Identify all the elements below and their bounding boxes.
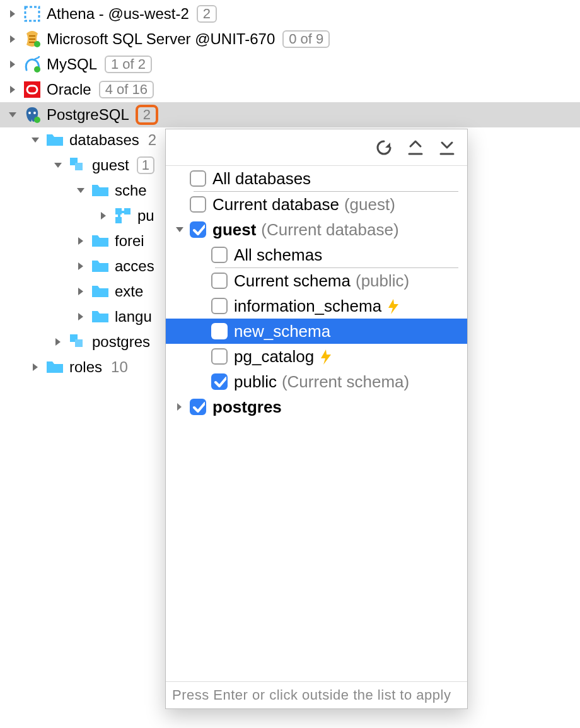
filter-suffix: (public) xyxy=(356,271,409,291)
checkbox[interactable] xyxy=(190,221,206,238)
schemas-stack-icon xyxy=(68,332,87,351)
checkbox[interactable] xyxy=(211,373,228,390)
folder-icon xyxy=(91,232,110,250)
tree-item-label: exte xyxy=(115,283,143,300)
filter-db-guest[interactable]: guest (Current database) xyxy=(166,217,467,242)
chevron-right-icon[interactable] xyxy=(6,8,19,20)
folder-icon xyxy=(91,257,110,276)
filter-label: Current schema xyxy=(234,271,351,291)
popup-footer-hint: Press Enter or click outside the list to… xyxy=(166,681,467,708)
checkbox[interactable] xyxy=(190,399,206,415)
chevron-right-icon[interactable] xyxy=(172,401,187,413)
filter-db-postgres[interactable]: postgres xyxy=(166,394,467,420)
chevron-right-icon[interactable] xyxy=(6,58,19,71)
expand-all-button[interactable] xyxy=(407,139,424,156)
mysql-icon xyxy=(23,55,42,74)
filter-current-database[interactable]: Current database (guest) xyxy=(166,192,467,217)
checkbox[interactable] xyxy=(190,170,206,187)
tree-item-postgresql[interactable]: PostgreSQL 2 xyxy=(0,102,580,127)
filter-all-databases[interactable]: All databases xyxy=(166,166,467,191)
tree-item-label: guest xyxy=(92,156,129,174)
count-badge[interactable]: 0 of 9 xyxy=(282,30,330,48)
item-count: 2 xyxy=(148,131,156,149)
count-badge[interactable]: 1 of 2 xyxy=(105,56,152,73)
chevron-down-icon[interactable] xyxy=(172,223,187,236)
tree-item-label: postgres xyxy=(92,333,150,351)
tree-item-label: roles xyxy=(69,358,102,376)
tree-item-label: Microsoft SQL Server @UNIT-670 xyxy=(47,30,275,48)
filter-schema-new-schema[interactable]: new_schema xyxy=(166,319,467,344)
filter-suffix: (Current schema) xyxy=(282,372,409,392)
chevron-down-icon[interactable] xyxy=(52,159,64,172)
filter-label: All databases xyxy=(212,169,311,189)
filter-label: information_schema xyxy=(234,296,381,316)
chevron-right-icon[interactable] xyxy=(6,33,19,45)
checkbox[interactable] xyxy=(190,196,206,213)
filter-label: public xyxy=(234,372,277,392)
filter-suffix: (guest) xyxy=(344,195,395,214)
count-badge[interactable]: 4 of 16 xyxy=(99,81,154,98)
tree-item-label: Athena - @us-west-2 xyxy=(47,5,189,23)
postgres-icon xyxy=(23,105,42,124)
count-badge[interactable]: 2 xyxy=(137,106,157,124)
refresh-button[interactable] xyxy=(375,139,393,156)
bolt-icon xyxy=(318,349,332,363)
filter-label: guest xyxy=(212,220,256,240)
tree-item-label: PostgreSQL xyxy=(47,106,129,124)
filter-label: Current database xyxy=(212,195,339,214)
chevron-right-icon[interactable] xyxy=(74,310,87,323)
tree-item-label: forei xyxy=(115,232,144,250)
count-badge[interactable]: 2 xyxy=(197,5,217,23)
filter-schema-information-schema[interactable]: information_schema xyxy=(166,293,467,319)
tree-item-athena[interactable]: Athena - @us-west-2 2 xyxy=(0,1,580,26)
chevron-right-icon[interactable] xyxy=(97,209,110,222)
schema-filter-popup: All databases Current database (guest) g… xyxy=(165,129,468,709)
filter-label: All schemas xyxy=(234,245,322,265)
chevron-down-icon[interactable] xyxy=(74,184,87,197)
athena-icon xyxy=(23,4,42,23)
chevron-down-icon[interactable] xyxy=(29,134,42,146)
popup-toolbar xyxy=(166,129,467,166)
collapse-all-button[interactable] xyxy=(438,139,456,156)
chevron-right-icon[interactable] xyxy=(29,361,42,373)
tree-item-label: acces xyxy=(115,257,154,275)
filter-schema-public[interactable]: public (Current schema) xyxy=(166,369,467,394)
folder-icon xyxy=(45,131,64,150)
checkbox[interactable] xyxy=(211,348,228,365)
count-badge[interactable]: 1 xyxy=(137,156,154,174)
popup-list: All databases Current database (guest) g… xyxy=(166,166,467,681)
folder-icon xyxy=(45,358,64,377)
oracle-icon xyxy=(23,80,42,99)
schemas-stack-icon xyxy=(68,156,87,175)
filter-current-schema[interactable]: Current schema (public) xyxy=(166,268,467,293)
checkbox[interactable] xyxy=(211,298,228,314)
chevron-right-icon[interactable] xyxy=(6,83,19,96)
chevron-right-icon[interactable] xyxy=(74,235,87,247)
filter-label: postgres xyxy=(212,397,282,417)
chevron-down-icon[interactable] xyxy=(6,109,19,121)
tree-item-label: MySQL xyxy=(47,56,97,73)
chevron-right-icon[interactable] xyxy=(74,285,87,298)
mssql-icon xyxy=(23,30,42,49)
bolt-icon xyxy=(385,299,399,313)
checkbox[interactable] xyxy=(211,247,228,263)
chevron-right-icon[interactable] xyxy=(52,336,64,348)
filter-all-schemas[interactable]: All schemas xyxy=(166,242,467,267)
tree-item-mysql[interactable]: MySQL 1 of 2 xyxy=(0,52,580,77)
filter-label: new_schema xyxy=(234,322,330,341)
tree-item-label: Oracle xyxy=(47,81,91,98)
folder-icon xyxy=(91,181,110,200)
folder-icon xyxy=(91,282,110,301)
checkbox[interactable] xyxy=(211,323,228,339)
chevron-right-icon[interactable] xyxy=(74,260,87,273)
tree-item-oracle[interactable]: Oracle 4 of 16 xyxy=(0,77,580,102)
filter-suffix: (Current database) xyxy=(261,220,398,240)
tree-item-label: langu xyxy=(115,308,152,326)
filter-label: pg_catalog xyxy=(234,347,314,367)
checkbox[interactable] xyxy=(211,273,228,289)
tree-item-label: databases xyxy=(69,131,139,149)
filter-schema-pg-catalog[interactable]: pg_catalog xyxy=(166,344,467,369)
tree-item-mssql[interactable]: Microsoft SQL Server @UNIT-670 0 of 9 xyxy=(0,26,580,52)
item-count: 10 xyxy=(111,358,128,376)
tree-item-label: sche xyxy=(115,182,147,199)
